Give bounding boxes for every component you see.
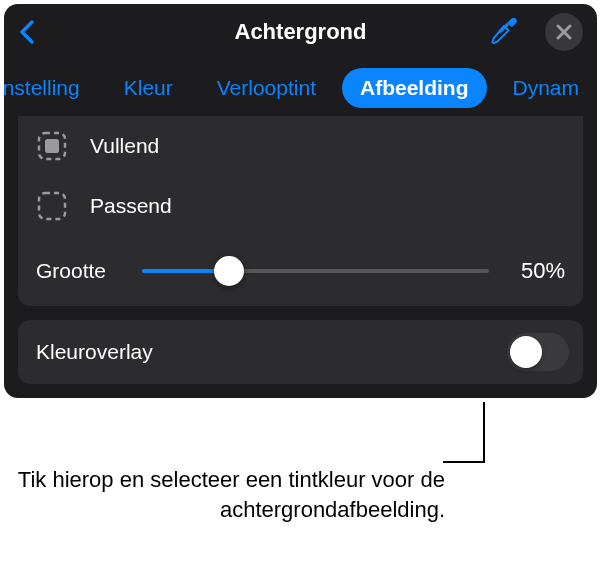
color-overlay-label: Kleuroverlay <box>36 340 507 364</box>
option-passend-label: Passend <box>90 194 172 218</box>
svg-rect-2 <box>45 139 59 153</box>
callout-leader-line <box>483 402 485 462</box>
size-slider-thumb[interactable] <box>214 256 244 286</box>
back-button[interactable] <box>18 19 36 45</box>
eyedropper-button[interactable] <box>489 16 517 48</box>
eyedropper-icon <box>489 16 517 44</box>
size-row: Grootte 50% <box>18 236 583 306</box>
size-slider[interactable] <box>142 269 489 273</box>
toggle-knob <box>510 336 542 368</box>
close-button[interactable] <box>545 13 583 51</box>
fit-icon <box>36 190 68 222</box>
panel-header: Achtergrond <box>4 4 597 60</box>
tab-kleur[interactable]: Kleur <box>106 68 191 108</box>
svg-rect-3 <box>39 193 65 219</box>
size-value: 50% <box>507 258 565 284</box>
close-icon <box>556 24 572 40</box>
tab-instelling[interactable]: instelling <box>4 68 98 108</box>
option-vullend[interactable]: Vullend <box>18 116 583 176</box>
color-overlay-row: Kleuroverlay <box>18 320 583 384</box>
tab-dynamisch[interactable]: Dynam <box>495 68 580 108</box>
tab-verlooptint[interactable]: Verlooptint <box>199 68 334 108</box>
option-vullend-label: Vullend <box>90 134 159 158</box>
chevron-left-icon <box>18 19 36 45</box>
tab-afbeelding[interactable]: Afbeelding <box>342 68 487 108</box>
callout-text: Tik hierop en selecteer een tintkleur vo… <box>0 465 485 524</box>
fill-mode-section: Vullend Passend Grootte 50% <box>18 116 583 306</box>
background-panel: Achtergrond instelling Kleur Verlooptint… <box>4 4 597 398</box>
tab-bar: instelling Kleur Verlooptint Afbeelding … <box>4 60 597 116</box>
fill-icon <box>36 130 68 162</box>
option-passend[interactable]: Passend <box>18 176 583 236</box>
size-label: Grootte <box>36 259 124 283</box>
color-overlay-toggle[interactable] <box>507 333 569 371</box>
